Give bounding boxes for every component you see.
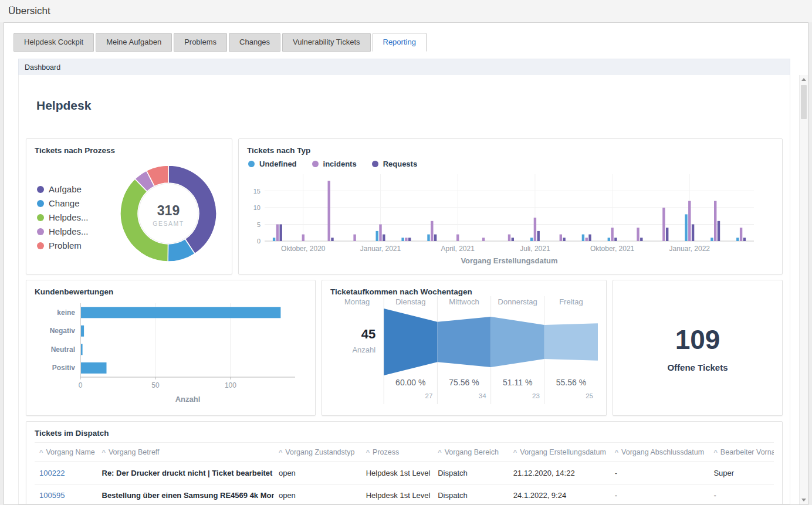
legend-label: incidents bbox=[323, 160, 357, 168]
donut-legend: AufgabeChangeHelpdes...Helpdes...Problem bbox=[35, 155, 89, 250]
table-cell: open bbox=[274, 462, 361, 484]
svg-text:0: 0 bbox=[79, 381, 83, 389]
breadcrumb-label: Dashboard bbox=[25, 63, 60, 72]
card-title: Kundenbewertungen bbox=[35, 287, 307, 296]
column-header-bearbeiter-vorna[interactable]: ^Bearbeiter Vorna bbox=[709, 443, 774, 462]
svg-text:Oktober, 2020: Oktober, 2020 bbox=[281, 245, 326, 253]
scroll-up-button[interactable] bbox=[800, 75, 808, 84]
column-header-vorgang-bereich[interactable]: ^Vorgang Bereich bbox=[433, 443, 509, 462]
legend-item-problem[interactable]: Problem bbox=[37, 240, 89, 250]
vertical-scrollbar[interactable] bbox=[799, 75, 808, 504]
tickets-by-process-card: Tickets nach Prozess AufgabeChangeHelpde… bbox=[26, 138, 232, 274]
svg-text:Donnerstag: Donnerstag bbox=[498, 297, 537, 306]
svg-text:50: 50 bbox=[151, 381, 160, 389]
svg-text:Freitag: Freitag bbox=[559, 297, 583, 306]
tab-changes[interactable]: Changes bbox=[229, 33, 280, 52]
scroll-down-button[interactable] bbox=[800, 496, 808, 504]
svg-text:Anzahl: Anzahl bbox=[352, 345, 375, 354]
card-title: Ticketaufkommen nach Wochentagen bbox=[330, 287, 598, 296]
svg-text:Oktober, 2021: Oktober, 2021 bbox=[590, 245, 635, 253]
legend-item-aufgabe[interactable]: Aufgabe bbox=[37, 184, 89, 194]
tab-reporting[interactable]: Reporting bbox=[373, 33, 427, 52]
ratings-bar-chart[interactable]: 050100keineNegativNeutralPositivAnzahl bbox=[35, 296, 307, 408]
legend-item-helpdes[interactable]: Helpdes... bbox=[37, 226, 89, 236]
legend-item-incidents[interactable]: incidents bbox=[312, 160, 357, 168]
column-header-vorgang-erstellungsdatum[interactable]: ^Vorgang Erstellungsdatum bbox=[509, 443, 610, 462]
legend-dot-icon bbox=[248, 161, 255, 167]
sort-caret-icon: ^ bbox=[102, 449, 106, 456]
legend-dot-icon bbox=[37, 228, 44, 235]
legend-dot-icon bbox=[312, 161, 319, 167]
tab-meine-aufgaben[interactable]: Meine Aufgaben bbox=[96, 33, 172, 52]
tickets-dispatch-card: Tickets im Dispatch ^Vorgang Name^Vorgan… bbox=[26, 421, 783, 504]
sort-caret-icon: ^ bbox=[39, 449, 43, 456]
card-title: Tickets nach Prozess bbox=[35, 146, 224, 155]
table-header-row: ^Vorgang Name^Vorgang Betreff^Vorgang Zu… bbox=[35, 443, 774, 462]
legend-label: Problem bbox=[49, 240, 82, 250]
breadcrumb: Dashboard bbox=[18, 59, 790, 76]
svg-text:15: 15 bbox=[253, 188, 260, 195]
legend-dot-icon bbox=[37, 186, 44, 193]
hbar-svg: 050100keineNegativNeutralPositivAnzahl bbox=[35, 296, 306, 405]
table-cell: Helpdesk 1st Level bbox=[361, 462, 434, 484]
table-cell: Dispatch bbox=[433, 462, 509, 484]
svg-text:Mittwoch: Mittwoch bbox=[449, 297, 479, 306]
dashboard-row-3: Tickets im Dispatch ^Vorgang Name^Vorgan… bbox=[26, 421, 783, 504]
svg-text:Anzahl: Anzahl bbox=[175, 395, 201, 404]
table-row[interactable]: 100222Re: Der Drucker druckt nicht | Tic… bbox=[35, 462, 774, 484]
column-header-vorgang-betreff[interactable]: ^Vorgang Betreff bbox=[97, 443, 274, 462]
sort-caret-icon: ^ bbox=[713, 449, 717, 456]
dashboard-row-2: Kundenbewertungen 050100keineNegativNeut… bbox=[26, 280, 783, 416]
weekday-funnel-card: Ticketaufkommen nach Wochentagen MontagD… bbox=[322, 280, 607, 416]
svg-text:Januar, 2021: Januar, 2021 bbox=[360, 245, 401, 253]
table-cell: - bbox=[610, 462, 709, 484]
table-cell: open bbox=[274, 484, 361, 505]
table-row[interactable]: 100595Bestellung über einen Samsung RE45… bbox=[35, 484, 774, 505]
svg-text:Negativ: Negativ bbox=[50, 327, 76, 335]
scrollbar-thumb[interactable] bbox=[801, 85, 807, 119]
table-cell: Helpdesk 1st Level bbox=[361, 484, 434, 505]
legend-label: Change bbox=[49, 198, 80, 208]
dashboard-frame: Helpdesk Tickets nach Prozess AufgabeCha… bbox=[18, 75, 790, 504]
legend-item-requests[interactable]: Requests bbox=[372, 160, 418, 168]
legend-item-undefined[interactable]: Undefined bbox=[248, 160, 297, 168]
column-header-vorgang-abschlussdatum[interactable]: ^Vorgang Abschlussdatum bbox=[610, 443, 709, 462]
table-cell: - bbox=[610, 484, 709, 505]
legend-item-change[interactable]: Change bbox=[37, 198, 89, 208]
kpi-value: 109 bbox=[675, 324, 720, 355]
table-cell: Super bbox=[709, 462, 774, 484]
legend-dot-icon bbox=[372, 161, 378, 167]
svg-text:GESAMT: GESAMT bbox=[153, 220, 184, 227]
legend-dot-icon bbox=[37, 214, 44, 221]
kpi-label: Offene Tickets bbox=[667, 362, 728, 372]
donut-chart[interactable]: 319GESAMT bbox=[118, 163, 219, 266]
svg-text:Neutral: Neutral bbox=[51, 345, 75, 354]
svg-text:100: 100 bbox=[225, 381, 236, 389]
svg-text:keine: keine bbox=[57, 309, 75, 317]
tab-helpdesk-cockpit[interactable]: Helpdesk Cockpit bbox=[13, 33, 94, 52]
svg-text:April, 2021: April, 2021 bbox=[441, 245, 475, 253]
bar-chart-svg: 051015Oktober, 2020Januar, 2021April, 20… bbox=[247, 171, 763, 267]
column-header-vorgang-zustandstyp[interactable]: ^Vorgang Zustandstyp bbox=[274, 443, 361, 462]
legend-label: Undefined bbox=[259, 160, 297, 168]
window-title: Übersicht bbox=[0, 0, 812, 22]
ticket-link[interactable]: 100222 bbox=[35, 462, 97, 484]
svg-text:75.56 %: 75.56 % bbox=[449, 378, 479, 387]
svg-text:23: 23 bbox=[532, 392, 540, 399]
legend-item-helpdes[interactable]: Helpdes... bbox=[37, 212, 89, 222]
svg-text:Dienstag: Dienstag bbox=[395, 297, 425, 306]
weekday-funnel-chart[interactable]: MontagDienstagMittwochDonnerstagFreitag4… bbox=[330, 296, 598, 406]
donut-svg: 319GESAMT bbox=[118, 163, 219, 264]
sort-caret-icon: ^ bbox=[366, 449, 370, 456]
svg-text:Januar, 2022: Januar, 2022 bbox=[669, 245, 710, 253]
svg-text:10: 10 bbox=[253, 204, 260, 211]
svg-text:5: 5 bbox=[257, 221, 260, 228]
column-header-prozess[interactable]: ^Prozess bbox=[361, 443, 434, 462]
svg-text:Juli, 2021: Juli, 2021 bbox=[520, 245, 550, 253]
legend-label: Aufgabe bbox=[49, 184, 82, 194]
ticket-link[interactable]: 100595 bbox=[35, 484, 97, 505]
tab-problems[interactable]: Problems bbox=[174, 33, 227, 52]
bar-chart[interactable]: 051015Oktober, 2020Januar, 2021April, 20… bbox=[247, 171, 774, 269]
tab-vulnerability-tickets[interactable]: Vulnerability Tickets bbox=[282, 33, 370, 52]
column-header-vorgang-name[interactable]: ^Vorgang Name bbox=[35, 443, 97, 462]
